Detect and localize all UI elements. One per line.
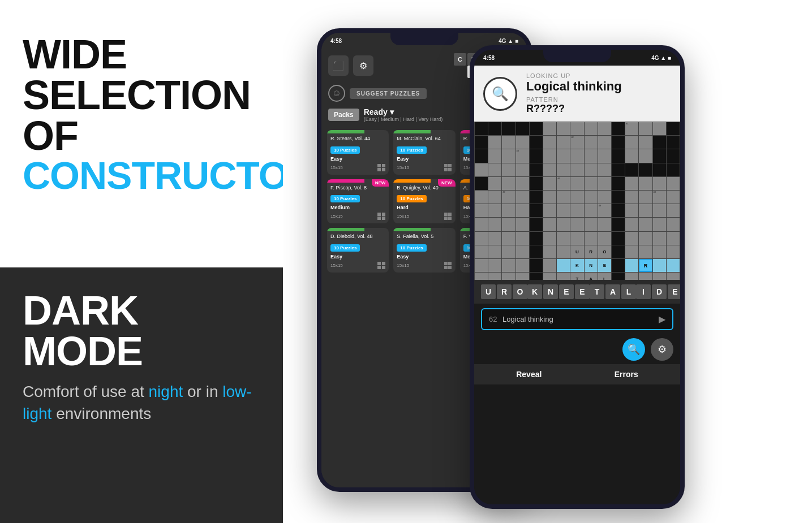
grid-cell[interactable] — [653, 177, 666, 190]
grid-cell[interactable] — [667, 136, 680, 149]
ready-dropdown[interactable]: Ready ▾ (Easy | Medium | Hard | Very Har… — [364, 107, 443, 122]
grid-cell[interactable] — [475, 273, 488, 280]
grid-cell[interactable] — [625, 245, 638, 258]
grid-cell[interactable] — [516, 122, 529, 135]
grid-cell[interactable] — [502, 177, 515, 190]
grid-cell[interactable] — [475, 149, 488, 162]
grid-cell[interactable] — [488, 273, 501, 280]
grid-cell[interactable] — [557, 191, 570, 204]
grid-cell[interactable] — [653, 259, 666, 272]
grid-cell[interactable] — [475, 163, 488, 176]
grid-cell[interactable] — [543, 232, 556, 245]
suggest-puzzles-btn[interactable]: SUGGEST PUZZLES — [350, 88, 427, 99]
grid-cell[interactable] — [653, 204, 666, 217]
grid-cell[interactable]: R — [639, 259, 652, 272]
grid-cell[interactable] — [639, 136, 652, 149]
grid-cell[interactable] — [598, 177, 611, 190]
grid-cell[interactable]: K — [570, 259, 583, 272]
grid-cell[interactable] — [516, 218, 529, 231]
grid-cell[interactable] — [570, 177, 583, 190]
grid-cell[interactable] — [612, 122, 625, 135]
grid-cell[interactable] — [639, 204, 652, 217]
grid-cell[interactable] — [612, 177, 625, 190]
grid-cell[interactable] — [653, 273, 666, 280]
grid-cell[interactable] — [570, 232, 583, 245]
grid-cell[interactable] — [625, 273, 638, 280]
grid-cell[interactable] — [475, 218, 488, 231]
grid-cell[interactable] — [639, 122, 652, 135]
grid-cell[interactable] — [475, 232, 488, 245]
grid-cell[interactable] — [543, 177, 556, 190]
gear-icon[interactable]: ⚙ — [353, 55, 373, 76]
grid-cell[interactable] — [667, 259, 680, 272]
grid-cell[interactable] — [653, 245, 666, 258]
grid-cell[interactable] — [557, 149, 570, 162]
pack-card[interactable]: D. Diebold, Vol. 4810 PuzzlesEasy15x15 — [327, 228, 389, 273]
grid-cell[interactable] — [516, 259, 529, 272]
grid-cell[interactable] — [543, 259, 556, 272]
grid-cell[interactable] — [653, 122, 666, 135]
grid-cell[interactable] — [639, 232, 652, 245]
grid-cell[interactable] — [598, 218, 611, 231]
grid-cell[interactable] — [570, 204, 583, 217]
grid-cell[interactable] — [612, 149, 625, 162]
grid-cell[interactable] — [475, 177, 488, 190]
grid-cell[interactable] — [625, 149, 638, 162]
grid-cell[interactable] — [475, 245, 488, 258]
grid-cell[interactable] — [530, 232, 543, 245]
grid-cell[interactable] — [598, 163, 611, 176]
grid-cell[interactable]: 42 — [570, 136, 583, 149]
grid-cell[interactable] — [625, 191, 638, 204]
grid-cell[interactable] — [543, 245, 556, 258]
grid-cell[interactable] — [516, 191, 529, 204]
grid-cell[interactable] — [625, 163, 638, 176]
grid-cell[interactable]: T — [570, 273, 583, 280]
grid-cell[interactable] — [653, 163, 666, 176]
grid-cell[interactable] — [570, 191, 583, 204]
grid-cell[interactable] — [516, 273, 529, 280]
grid-cell[interactable]: R — [585, 245, 598, 258]
grid-cell[interactable] — [475, 136, 488, 149]
grid-cell[interactable] — [488, 218, 501, 231]
grid-cell[interactable] — [653, 218, 666, 231]
grid-cell[interactable] — [570, 218, 583, 231]
settings-tool-button[interactable]: ⚙ — [651, 338, 673, 361]
grid-cell[interactable] — [488, 177, 501, 190]
grid-cell[interactable] — [502, 245, 515, 258]
grid-cell[interactable] — [625, 218, 638, 231]
search-tool-button[interactable]: 🔍 — [622, 338, 645, 361]
grid-cell[interactable] — [488, 232, 501, 245]
grid-cell[interactable] — [598, 232, 611, 245]
pack-card[interactable]: NEWB. Quigley, Vol. 4010 PuzzlesHard15x1… — [393, 179, 455, 224]
grid-cell[interactable] — [488, 245, 501, 258]
grid-cell[interactable] — [475, 259, 488, 272]
grid-cell[interactable] — [557, 245, 570, 258]
grid-cell[interactable] — [516, 136, 529, 149]
grid-cell[interactable] — [639, 177, 652, 190]
grid-cell[interactable] — [502, 204, 515, 217]
grid-cell[interactable] — [516, 245, 529, 258]
grid-cell[interactable] — [612, 259, 625, 272]
grid-cell[interactable] — [530, 136, 543, 149]
grid-cell[interactable] — [653, 232, 666, 245]
grid-cell[interactable] — [585, 122, 598, 135]
grid-cell[interactable] — [585, 218, 598, 231]
grid-cell[interactable]: E — [598, 259, 611, 272]
grid-cell[interactable] — [667, 204, 680, 217]
grid-cell[interactable] — [625, 177, 638, 190]
grid-cell[interactable] — [570, 163, 583, 176]
grid-cell[interactable] — [612, 204, 625, 217]
pack-card[interactable]: S. Faiella, Vol. 510 PuzzlesEasy15x15 — [393, 228, 455, 273]
grid-cell[interactable] — [667, 218, 680, 231]
grid-cell[interactable] — [502, 136, 515, 149]
grid-cell[interactable] — [502, 163, 515, 176]
grid-cell[interactable] — [639, 163, 652, 176]
grid-cell[interactable] — [543, 204, 556, 217]
grid-cell[interactable] — [585, 177, 598, 190]
grid-cell[interactable] — [488, 191, 501, 204]
grid-cell[interactable] — [653, 149, 666, 162]
grid-cell[interactable] — [585, 163, 598, 176]
grid-cell[interactable] — [585, 191, 598, 204]
grid-cell[interactable]: 49 — [598, 204, 611, 217]
grid-cell[interactable] — [488, 122, 501, 135]
